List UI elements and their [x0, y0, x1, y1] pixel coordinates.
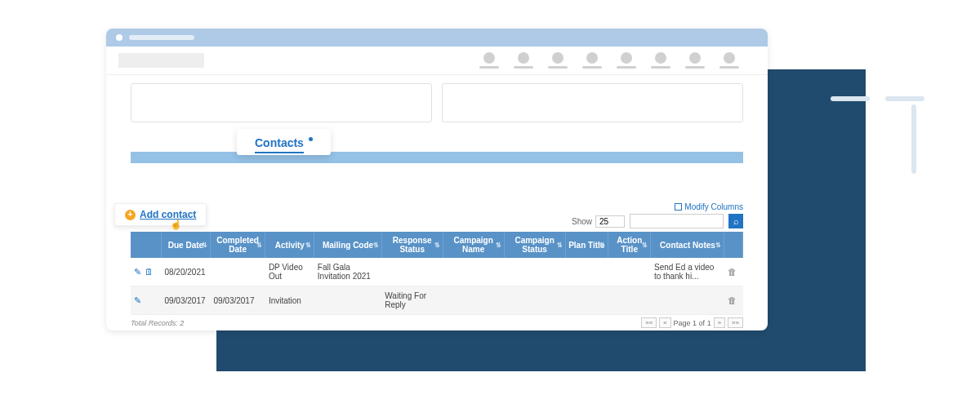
show-page-size: Show	[572, 215, 625, 228]
edit-icon[interactable]: ✎	[134, 267, 141, 277]
app-toolbar	[106, 47, 768, 75]
cell-due-date: 08/20/2021	[161, 258, 210, 286]
tab-strip: Contacts	[131, 134, 743, 163]
pagination: «« « Page 1 of 1 » »»	[641, 317, 743, 328]
cell-plan-title	[565, 286, 608, 315]
sort-icon: ⇅	[256, 242, 262, 249]
column-header[interactable]: Contact Notes⇅	[651, 232, 724, 258]
browser-dot	[116, 34, 122, 41]
page-last-button[interactable]: »»	[728, 317, 743, 328]
column-header[interactable]: Mailing Code⇅	[314, 232, 381, 258]
modify-columns-link[interactable]: Modify Columns	[675, 202, 743, 211]
page-size-select[interactable]	[595, 215, 625, 228]
address-bar-placeholder	[129, 35, 194, 40]
delete-icon[interactable]: 🗑	[728, 267, 737, 277]
modify-columns-label: Modify Columns	[684, 202, 743, 211]
table-row: ✎09/03/201709/03/2017InvitationWaiting F…	[131, 286, 743, 315]
column-header[interactable]: Campaign Name⇅	[443, 232, 504, 258]
sort-icon: ⇅	[434, 242, 440, 249]
show-label: Show	[572, 217, 592, 226]
cell-activity: DP Video Out	[265, 258, 314, 286]
nav-item[interactable]	[582, 52, 602, 69]
nav-item[interactable]	[479, 52, 499, 69]
page-label: Page 1 of 1	[674, 319, 711, 327]
tab-label: Contacts	[255, 136, 304, 153]
cell-contact-notes: Send Ed a video to thank hi...	[651, 258, 724, 286]
search-placeholder	[118, 53, 204, 68]
table-controls-row-2: Show ⌕	[131, 214, 743, 228]
search-icon: ⌕	[733, 216, 739, 226]
sort-icon: ⇅	[202, 242, 207, 249]
decorative-handle	[885, 96, 924, 101]
nav-item[interactable]	[651, 52, 670, 69]
total-records: Total Records: 2	[131, 319, 184, 327]
add-contact-link[interactable]: Add contact	[140, 209, 196, 220]
column-header[interactable]: Plan Title⇅	[565, 232, 608, 258]
nav-item[interactable]	[514, 52, 533, 69]
column-header[interactable]: Campaign Status⇅	[504, 232, 565, 258]
sort-icon: ⇅	[557, 242, 563, 249]
cell-action-title	[608, 286, 651, 315]
column-header[interactable]: Completed Date⇅	[210, 232, 265, 258]
page-first-button[interactable]: ««	[641, 317, 657, 328]
column-header[interactable]: Due Date⇅	[161, 232, 210, 258]
page-prev-button[interactable]: «	[659, 317, 670, 328]
table-top-controls: Modify Columns	[131, 202, 743, 211]
browser-window: Contacts Modify Columns Show ⌕ Due Date	[106, 29, 768, 330]
tab-contacts[interactable]: Contacts	[237, 129, 331, 155]
table-search-input[interactable]	[630, 214, 724, 228]
delete-icon[interactable]: 🗑	[728, 295, 737, 305]
columns-icon	[675, 203, 682, 211]
cell-campaign-status	[504, 286, 565, 315]
cursor-icon: ☝	[170, 219, 182, 230]
nav-item[interactable]	[548, 52, 568, 69]
decorative-handle	[831, 96, 870, 101]
nav-item[interactable]	[685, 52, 705, 69]
sort-icon: ⇅	[305, 242, 311, 249]
cell-contact-notes	[651, 286, 724, 315]
page-next-button[interactable]: »	[714, 317, 725, 328]
browser-chrome-bar	[106, 29, 768, 47]
search-button[interactable]: ⌕	[728, 214, 743, 228]
nav-item[interactable]	[617, 52, 636, 69]
cell-activity: Invitation	[265, 286, 314, 315]
cell-campaign-name	[443, 258, 504, 286]
sort-icon: ⇅	[373, 242, 379, 249]
column-header[interactable]: Response Status⇅	[381, 232, 443, 258]
cell-action-title	[608, 258, 651, 286]
info-cards-row	[131, 83, 743, 122]
table-row: ✎🗓08/20/2021DP Video OutFall Gala Invita…	[131, 258, 743, 286]
sort-icon: ⇅	[642, 242, 648, 249]
nav-item[interactable]	[719, 52, 739, 69]
nav-items	[479, 52, 755, 69]
sort-icon: ⇅	[715, 242, 721, 249]
cell-response-status: Waiting For Reply	[381, 286, 443, 315]
decorative-handle	[911, 104, 916, 174]
calendar-icon[interactable]: 🗓	[145, 267, 154, 277]
column-header[interactable]: Activity⇅	[265, 232, 314, 258]
info-card	[442, 83, 743, 122]
plus-icon: +	[125, 210, 136, 220]
tab-indicator-dot	[309, 137, 313, 141]
column-header[interactable]	[724, 232, 743, 258]
tab-underline-bar	[131, 152, 743, 163]
cell-campaign-name	[443, 286, 504, 315]
add-contact-popover[interactable]: + Add contact ☝	[114, 203, 207, 226]
sort-icon: ⇅	[599, 242, 605, 249]
cell-due-date: 09/03/2017	[161, 286, 210, 315]
column-header[interactable]: Action Title⇅	[608, 232, 651, 258]
cell-mailing-code	[314, 286, 381, 315]
cell-response-status	[381, 258, 443, 286]
cell-plan-title	[565, 258, 608, 286]
info-card	[131, 83, 432, 122]
edit-icon[interactable]: ✎	[134, 295, 141, 305]
cell-campaign-status	[504, 258, 565, 286]
sort-icon: ⇅	[496, 242, 501, 249]
cell-completed-date	[210, 258, 265, 286]
cell-mailing-code: Fall Gala Invitation 2021	[314, 258, 381, 286]
contacts-table: Due Date⇅Completed Date⇅Activity⇅Mailing…	[131, 232, 743, 315]
table-footer: Total Records: 2 «« « Page 1 of 1 » »»	[131, 317, 743, 328]
column-header[interactable]	[131, 232, 161, 258]
cell-completed-date: 09/03/2017	[210, 286, 265, 315]
